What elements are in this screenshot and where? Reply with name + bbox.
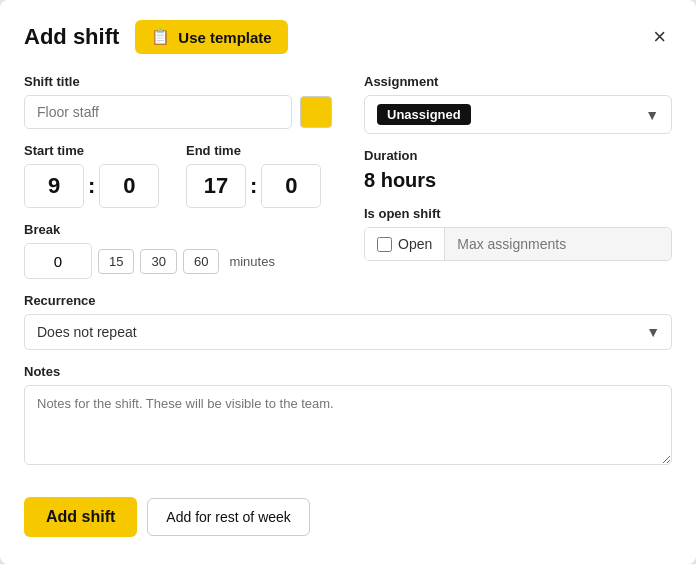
end-hour-box[interactable]: 17: [186, 164, 246, 208]
open-shift-row: Open: [364, 227, 672, 261]
open-shift-open-label: Open: [398, 236, 432, 252]
break-row: 15 30 60 minutes: [24, 243, 332, 279]
duration-value: 8 hours: [364, 169, 672, 192]
assignment-label: Assignment: [364, 74, 672, 89]
add-rest-of-week-button[interactable]: Add for rest of week: [147, 498, 310, 536]
end-colon: :: [246, 173, 261, 199]
end-time-inputs: 17 : 0: [186, 164, 332, 208]
shift-title-label: Shift title: [24, 74, 332, 89]
start-minute-box[interactable]: 0: [99, 164, 159, 208]
start-hour-box[interactable]: 9: [24, 164, 84, 208]
open-shift-label: Is open shift: [364, 206, 672, 221]
break-section: Break 15 30 60 minutes: [24, 222, 332, 279]
time-row: Start time 9 : 0 End time: [24, 143, 332, 208]
start-time-inputs: 9 : 0: [24, 164, 170, 208]
template-icon: 📋: [151, 28, 170, 46]
form-grid: Shift title Start time 9 : 0: [24, 74, 672, 537]
end-hour-value: 17: [204, 173, 228, 199]
use-template-label: Use template: [178, 29, 271, 46]
notes-section: Notes: [24, 364, 672, 469]
title-row: Add shift 📋 Use template: [24, 20, 288, 54]
use-template-button[interactable]: 📋 Use template: [135, 20, 287, 54]
close-button[interactable]: ×: [647, 24, 672, 50]
max-assignments-input[interactable]: [445, 228, 671, 260]
start-time-label: Start time: [24, 143, 170, 158]
start-hour-value: 9: [48, 173, 60, 199]
end-time-field: End time 17 : 0: [186, 143, 332, 208]
end-minute-box[interactable]: 0: [261, 164, 321, 208]
recurrence-label: Recurrence: [24, 293, 672, 308]
duration-section: Duration 8 hours: [364, 148, 672, 192]
break-unit: minutes: [229, 254, 275, 269]
recurrence-section: Recurrence Does not repeat Every day Eve…: [24, 293, 672, 350]
modal-header: Add shift 📋 Use template ×: [24, 20, 672, 54]
break-input[interactable]: [24, 243, 92, 279]
right-column: Assignment Unassigned ▼ Duration 8 hours…: [364, 74, 672, 293]
color-swatch[interactable]: [300, 96, 332, 128]
start-colon: :: [84, 173, 99, 199]
assignment-dropdown[interactable]: Unassigned ▼: [364, 95, 672, 134]
left-column: Shift title Start time 9 : 0: [24, 74, 332, 293]
add-shift-modal: Add shift 📋 Use template × Shift title: [0, 0, 696, 564]
break-chip-60[interactable]: 60: [183, 249, 219, 274]
shift-title-input[interactable]: [24, 95, 292, 129]
open-checkbox-cell: Open: [365, 228, 445, 260]
notes-textarea[interactable]: [24, 385, 672, 465]
duration-label: Duration: [364, 148, 672, 163]
assignment-chevron-icon: ▼: [645, 107, 659, 123]
start-time-field: Start time 9 : 0: [24, 143, 170, 208]
recurrence-dropdown[interactable]: Does not repeat Every day Every week: [24, 314, 672, 350]
recurrence-dropdown-wrapper: Does not repeat Every day Every week ▼: [24, 314, 672, 350]
break-label: Break: [24, 222, 332, 237]
open-shift-checkbox[interactable]: [377, 237, 392, 252]
assignment-section: Assignment Unassigned ▼: [364, 74, 672, 134]
add-shift-button[interactable]: Add shift: [24, 497, 137, 537]
shift-title-row: [24, 95, 332, 129]
footer-buttons: Add shift Add for rest of week: [24, 497, 672, 537]
open-shift-section: Is open shift Open: [364, 206, 672, 261]
break-chip-15[interactable]: 15: [98, 249, 134, 274]
break-chip-30[interactable]: 30: [140, 249, 176, 274]
notes-label: Notes: [24, 364, 672, 379]
end-time-label: End time: [186, 143, 332, 158]
start-minute-value: 0: [123, 173, 135, 199]
end-minute-value: 0: [285, 173, 297, 199]
modal-title: Add shift: [24, 24, 119, 50]
shift-title-field: Shift title: [24, 74, 332, 129]
unassigned-badge: Unassigned: [377, 104, 471, 125]
